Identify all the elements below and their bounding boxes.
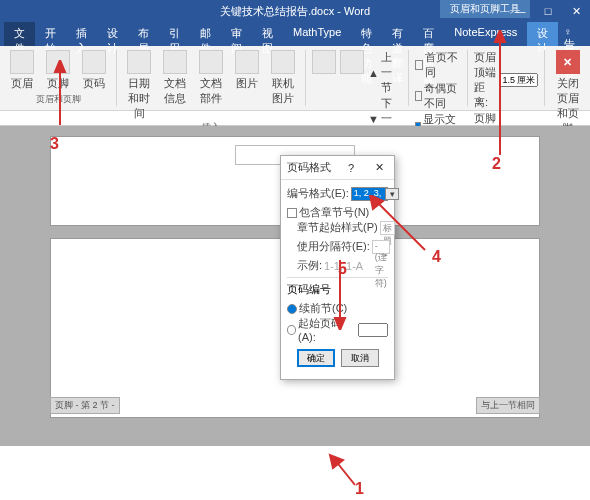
doc-filename: 关键技术总结报告.docx - Word (220, 4, 370, 19)
footer-tag-left: 页脚 - 第 2 节 - (50, 397, 120, 414)
header-dist-label: 页眉顶端距离: (474, 50, 498, 110)
menu-noteexpress[interactable]: NoteExpress (444, 22, 527, 46)
dialog-close-icon[interactable]: ✕ (371, 161, 388, 174)
continue-radio[interactable]: 续前节(C) (287, 301, 388, 316)
numbering-label: 页码编号 (287, 282, 388, 297)
menu-bar: 文件 开始 插入 设计 布局 引用 邮件 审阅 视图 MathType 特色功能… (0, 22, 590, 46)
menu-view[interactable]: 视图 (252, 22, 283, 46)
start-at-radio[interactable]: 起始页码(A): (287, 316, 388, 343)
header-dist-input[interactable] (500, 73, 538, 87)
menu-youdao[interactable]: 有道翻译 (382, 22, 413, 46)
separator-select: - (连字符) (372, 240, 390, 254)
ribbon-group-nav: ▲ 上一节 ▼ 下一节 链接到前一条页眉 导航 (306, 50, 409, 106)
ribbon: 页眉 页脚 页码 页眉和页脚 日期和时间 文档信息 文档部件 图片 联机图片 插… (0, 46, 590, 111)
ribbon-group-headerfooter: 页眉 页脚 页码 页眉和页脚 (0, 50, 117, 106)
example-value: 1-1, 1-A (324, 260, 363, 272)
goto-header-button[interactable] (312, 50, 336, 76)
prev-section[interactable]: ▲ 上一节 (368, 50, 402, 95)
chapter-style-select: 标题 1 (380, 221, 395, 235)
header-button[interactable]: 页眉 (6, 50, 38, 91)
cancel-button[interactable]: 取消 (341, 349, 379, 367)
max-button[interactable]: □ (534, 5, 562, 18)
datetime-button[interactable]: 日期和时间 (123, 50, 155, 121)
example-label: 示例: (297, 258, 322, 273)
dialog-help-icon[interactable]: ? (348, 162, 354, 174)
number-format-label: 编号格式(E): (287, 186, 349, 201)
title-bar: 关键技术总结报告.docx - Word 页眉和页脚工具 — □ ✕ (0, 0, 590, 22)
footer-tag-right: 与上一节相同 (476, 397, 540, 414)
close-button[interactable]: ✕ (562, 5, 590, 18)
svg-line-8 (335, 460, 355, 485)
ribbon-group-insert: 日期和时间 文档信息 文档部件 图片 联机图片 插入 (117, 50, 306, 106)
docinfo-button[interactable]: 文档信息 (159, 50, 191, 106)
ribbon-group-options: 首页不同 奇偶页不同 显示文档文字 选项 (409, 50, 468, 106)
chapter-style-label: 章节起始样式(P) (297, 220, 378, 235)
page-number-format-dialog: 页码格式 ? ✕ 编号格式(E): 1, 2, 3, ... 包含章节号(N) … (280, 155, 395, 380)
menu-design-context[interactable]: 设计 (527, 22, 558, 46)
diff-first-page[interactable]: 首页不同 (415, 50, 461, 80)
menu-features[interactable]: 特色功能 (351, 22, 382, 46)
dialog-titlebar[interactable]: 页码格式 ? ✕ (281, 156, 394, 180)
menu-baidu[interactable]: 百度网盘 (413, 22, 444, 46)
diff-odd-even[interactable]: 奇偶页不同 (415, 81, 461, 111)
quickparts-button[interactable]: 文档部件 (195, 50, 227, 106)
menu-design[interactable]: 设计 (97, 22, 128, 46)
footer-button[interactable]: 页脚 (42, 50, 74, 91)
include-chapter-checkbox[interactable]: 包含章节号(N) (287, 205, 388, 220)
ribbon-group-close: ✕ 关闭页眉和页脚 关闭 (545, 50, 590, 106)
start-at-input[interactable] (358, 323, 388, 337)
menu-references[interactable]: 引用 (159, 22, 190, 46)
window-buttons: — □ ✕ (506, 5, 590, 18)
menu-mail[interactable]: 邮件 (190, 22, 221, 46)
tell-me[interactable]: ♀ 告诉我... (558, 22, 590, 46)
goto-footer-button[interactable] (340, 50, 364, 76)
dialog-title: 页码格式 (287, 160, 331, 175)
menu-home[interactable]: 开始 (35, 22, 66, 46)
menu-insert[interactable]: 插入 (66, 22, 97, 46)
close-hf-button[interactable]: ✕ 关闭页眉和页脚 (551, 50, 584, 136)
menu-review[interactable]: 审阅 (221, 22, 252, 46)
ribbon-group-position: 页眉顶端距离: 页脚底端距离: 插入"对齐方式"选项卡 位置 (468, 50, 545, 106)
svg-marker-9 (330, 455, 343, 468)
separator-label: 使用分隔符(E): (297, 239, 370, 254)
online-picture-button[interactable]: 联机图片 (267, 50, 299, 106)
menu-mathtype[interactable]: MathType (283, 22, 351, 46)
group-label: 页眉和页脚 (6, 93, 110, 106)
ok-button[interactable]: 确定 (297, 349, 335, 367)
min-button[interactable]: — (506, 5, 534, 18)
menu-layout[interactable]: 布局 (128, 22, 159, 46)
menu-file[interactable]: 文件 (4, 22, 35, 46)
picture-button[interactable]: 图片 (231, 50, 263, 91)
page-number-button[interactable]: 页码 (78, 50, 110, 91)
annotation-1: 1 (355, 480, 364, 498)
close-icon: ✕ (556, 50, 580, 74)
number-format-select[interactable]: 1, 2, 3, ... (351, 187, 388, 201)
